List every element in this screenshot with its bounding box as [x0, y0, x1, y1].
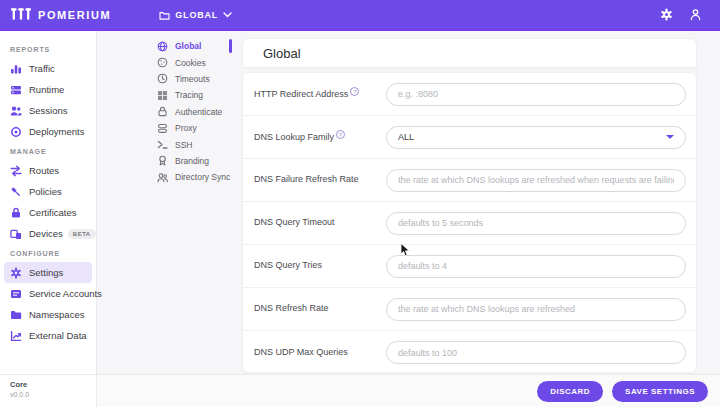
dns-lookup-family-select[interactable]: ALL: [386, 126, 686, 149]
page-title-card: Global: [242, 38, 697, 68]
subnav-item-label: Timeouts: [175, 74, 210, 84]
form-row-dns-failure-refresh-rate: DNS Failure Refresh Rate: [243, 159, 696, 202]
global-settings-form: HTTP Redirect Address? DNS Lookup Family…: [242, 72, 697, 373]
form-row-dns-udp-max-queries: DNS UDP Max Queries: [243, 331, 696, 373]
form-row-dns-lookup-family: DNS Lookup Family? ALL: [243, 116, 696, 159]
sessions-icon: [10, 105, 22, 117]
product-name: Core: [10, 380, 96, 389]
cookie-icon: [157, 57, 168, 68]
folder-icon: [10, 309, 22, 321]
service-accounts-icon: [10, 288, 22, 300]
lock-icon: [157, 106, 168, 117]
sidebar-item-external-data[interactable]: External Data: [0, 325, 96, 346]
pomerium-console: POMERIUM GLOBAL: [0, 0, 720, 407]
gear-icon: [660, 8, 673, 21]
sidebar-item-sessions[interactable]: Sessions: [0, 100, 96, 121]
workspace-label: GLOBAL: [175, 10, 218, 20]
subnav-item-ssh[interactable]: SSH: [157, 136, 235, 152]
sidebar-item-label: External Data: [29, 330, 87, 341]
layers-icon: [157, 123, 168, 134]
clock-icon: [157, 73, 168, 84]
brand-name: POMERIUM: [38, 9, 111, 21]
subnav-item-label: Directory Sync: [175, 172, 230, 182]
dns-udp-max-queries-input[interactable]: [386, 341, 686, 364]
sidebar-item-label: Namespaces: [29, 309, 84, 320]
subnav-item-tracing[interactable]: Tracing: [157, 87, 235, 103]
globe-icon: [157, 41, 168, 52]
sidebar-item-label: Policies: [29, 186, 62, 197]
settings-content: Global HTTP Redirect Address? DNS Lookup…: [235, 31, 720, 407]
info-icon[interactable]: ?: [350, 87, 359, 96]
dns-refresh-rate-input[interactable]: [386, 298, 686, 321]
sidebar-item-label: Devices: [29, 228, 63, 239]
product-version: v0.0.0: [10, 391, 96, 398]
sidebar-item-certificates[interactable]: Certificates: [0, 202, 96, 223]
sidebar-item-routes[interactable]: Routes: [0, 160, 96, 181]
policies-icon: [10, 186, 22, 198]
field-label: DNS Lookup Family?: [254, 130, 386, 143]
subnav-item-branding[interactable]: Branding: [157, 153, 235, 169]
dns-query-timeout-input[interactable]: [386, 212, 686, 235]
devices-icon: [10, 228, 22, 240]
save-settings-button[interactable]: SAVE SETTINGS: [612, 381, 708, 402]
active-indicator: [229, 39, 232, 53]
sidebar-item-service-accounts[interactable]: Service Accounts: [0, 283, 96, 304]
sidebar-item-traffic[interactable]: Traffic: [0, 58, 96, 79]
http-redirect-address-input[interactable]: [386, 83, 686, 106]
form-row-dns-query-tries: DNS Query Tries: [243, 245, 696, 288]
primary-sidebar: REPORTS Traffic Runtime: [0, 31, 97, 407]
field-label: DNS Query Timeout: [254, 217, 386, 228]
subnav-item-proxy[interactable]: Proxy: [157, 120, 235, 136]
subnav-item-global[interactable]: Global: [157, 38, 235, 54]
sidebar-item-runtime[interactable]: Runtime: [0, 79, 96, 100]
pomerium-mark-icon: [10, 6, 32, 23]
beta-badge: BETA: [68, 229, 96, 239]
select-caret-icon: [666, 135, 674, 139]
field-label: HTTP Redirect Address?: [254, 87, 386, 100]
field-label: DNS Refresh Rate: [254, 303, 386, 314]
field-label: DNS Failure Refresh Rate: [254, 174, 386, 185]
subnav-item-timeouts[interactable]: Timeouts: [157, 71, 235, 87]
external-data-icon: [10, 330, 22, 342]
workspace-selector[interactable]: GLOBAL: [159, 10, 232, 20]
section-label-configure: CONFIGURE: [0, 244, 96, 262]
pomerium-logo: POMERIUM: [0, 6, 111, 23]
sidebar-item-label: Runtime: [29, 84, 64, 95]
subnav-item-label: Tracing: [175, 90, 203, 100]
subnav-item-label: Authenticate: [175, 107, 222, 117]
page-title: Global: [243, 46, 301, 61]
sidebar-item-label: Routes: [29, 165, 59, 176]
form-row-dns-refresh-rate: DNS Refresh Rate: [243, 288, 696, 331]
sidebar-item-policies[interactable]: Policies: [0, 181, 96, 202]
ribbon-icon: [157, 155, 168, 166]
subnav-item-authenticate[interactable]: Authenticate: [157, 104, 235, 120]
sidebar-item-label: Service Accounts: [29, 288, 102, 299]
section-label-reports: REPORTS: [0, 40, 96, 58]
subnav-item-label: Branding: [175, 156, 209, 166]
subnav-item-cookies[interactable]: Cookies: [157, 54, 235, 70]
dns-failure-refresh-rate-input[interactable]: [386, 169, 686, 192]
discard-button[interactable]: DISCARD: [537, 381, 603, 402]
selected-value: ALL: [398, 132, 414, 142]
subnav-item-label: Proxy: [175, 123, 197, 133]
subnav-item-directory-sync[interactable]: Directory Sync: [157, 169, 235, 185]
sidebar-item-settings[interactable]: Settings: [4, 262, 92, 283]
gear-icon: [10, 267, 22, 279]
section-label-manage: MANAGE: [0, 142, 96, 160]
settings-gear-button[interactable]: [660, 8, 673, 21]
sidebar-item-namespaces[interactable]: Namespaces: [0, 304, 96, 325]
info-icon[interactable]: ?: [336, 130, 345, 139]
sidebar-version-info: Core v0.0.0: [0, 374, 96, 407]
user-account-button[interactable]: [689, 8, 702, 21]
sidebar-item-deployments[interactable]: Deployments: [0, 121, 96, 142]
subnav-item-label: Global: [175, 41, 201, 51]
sidebar-item-label: Sessions: [29, 105, 68, 116]
sidebar-item-label: Certificates: [29, 207, 77, 218]
sidebar-item-label: Settings: [29, 267, 63, 278]
sidebar-item-label: Traffic: [29, 63, 55, 74]
sidebar-item-devices[interactable]: Devices BETA: [0, 223, 96, 244]
field-label: DNS UDP Max Queries: [254, 347, 386, 358]
dns-query-tries-input[interactable]: [386, 255, 686, 278]
topbar-actions: [660, 8, 720, 21]
subnav-item-label: Cookies: [175, 58, 206, 68]
